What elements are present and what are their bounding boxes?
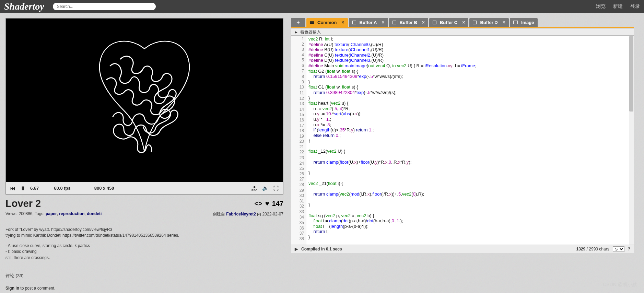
desc-line: trying to mimic Karthik Dondeti https://… (5, 233, 283, 238)
title-row: Lover 2 <> ♥ 147 (5, 198, 283, 209)
embed-icon[interactable]: <> (254, 200, 262, 208)
player-frame: ⏮ ⏸ 6.67 60.0 fps 800 x 450 ●REC 🔈 ⛶ (5, 18, 283, 195)
logo[interactable]: Shadertoy (4, 1, 44, 12)
volume-icon[interactable]: 🔈 (262, 185, 269, 191)
time-display: 6.67 (30, 186, 39, 191)
tag-dondeti[interactable]: dondeti (87, 211, 102, 216)
close-icon[interactable]: × (462, 20, 465, 25)
shader-inputs-bar[interactable]: ▶ 着色器输入 (291, 28, 634, 36)
help-button[interactable]: ? (628, 247, 630, 251)
buffer-icon (352, 21, 356, 24)
like-count: 147 (272, 200, 283, 208)
buffer-icon (393, 21, 396, 24)
image-icon (513, 21, 518, 24)
nav-browse[interactable]: 浏览 (596, 3, 606, 10)
top-header: Shadertoy 浏览 新建 登录 (0, 0, 644, 13)
shader-title: Lover 2 (5, 198, 41, 209)
tag-reproduction[interactable]: reproduction (59, 211, 84, 216)
font-size-select[interactable]: S (613, 246, 624, 252)
watermark: CSDN @凯小默 (603, 282, 637, 288)
scroll-thumb[interactable] (629, 36, 633, 112)
nav-login[interactable]: 登录 (630, 3, 640, 10)
author-link[interactable]: FabriceNeyret2 (226, 212, 256, 216)
comments-heading: 评论 (39) (5, 273, 283, 279)
created-suffix: 内 2022-02-07 (257, 212, 283, 216)
expand-icon[interactable]: ▶ (295, 30, 297, 34)
close-icon[interactable]: × (422, 20, 425, 25)
resolution-display: 800 x 450 (94, 186, 114, 191)
created-prefix: 创建自 (213, 212, 226, 216)
desc-line: still, there are crossings. (5, 255, 283, 261)
search-input[interactable] (53, 3, 156, 10)
line-gutter: 1234567891011121314151617181920212223242… (291, 36, 306, 245)
run-icon[interactable]: ▶ (295, 247, 298, 251)
desc-line: - I: basic drawing (5, 249, 283, 255)
fps-display: 60.0 fps (54, 186, 70, 191)
editor-pane: + Common × Buffer A× Buffer B× Buffer C×… (291, 18, 634, 293)
pause-icon[interactable]: ⏸ (20, 185, 25, 191)
scrollbar[interactable] (629, 36, 634, 245)
compile-status: Compiled in 0.1 secs (301, 247, 342, 251)
lines-icon (310, 21, 314, 24)
record-button[interactable]: ●REC (251, 185, 257, 192)
signin-prompt: Sign in to post a comment. (5, 286, 283, 291)
desc-line: - A:use close curve, starting as circle.… (5, 243, 283, 249)
code-area[interactable]: vec2 R; int I;#define A(U) texture(iChan… (306, 36, 634, 245)
player-controls: ⏮ ⏸ 6.67 60.0 fps 800 x 450 ●REC 🔈 ⛶ (6, 182, 283, 194)
code-editor[interactable]: 1234567891011121314151617181920212223242… (291, 36, 634, 245)
tab-buffer-b[interactable]: Buffer B× (389, 18, 428, 27)
tab-bar: + Common × Buffer A× Buffer B× Buffer C×… (291, 18, 634, 27)
tab-buffer-c[interactable]: Buffer C× (429, 18, 468, 27)
close-icon[interactable]: × (382, 20, 384, 25)
left-column: ⏮ ⏸ 6.67 60.0 fps 800 x 450 ●REC 🔈 ⛶ Lov… (5, 18, 283, 293)
close-icon[interactable]: × (341, 20, 344, 25)
close-icon[interactable]: × (503, 20, 505, 25)
views-tags-prefix: Views: 200886, Tags: (5, 211, 46, 216)
status-bar: ▶ Compiled in 0.1 secs 1329 / 2990 chars… (291, 245, 634, 253)
heart-icon[interactable]: ♥ (265, 200, 269, 208)
cursor-pos: 1329 (576, 247, 586, 251)
nav-new[interactable]: 新建 (613, 3, 623, 10)
nav-right: 浏览 新建 登录 (596, 3, 640, 10)
add-tab-button[interactable]: + (291, 18, 305, 27)
buffer-icon (473, 21, 477, 24)
signin-link[interactable]: Sign in (5, 286, 19, 291)
buffer-icon (433, 21, 436, 24)
inputs-label: 着色器输入 (300, 29, 321, 35)
rewind-icon[interactable]: ⏮ (10, 185, 15, 191)
description: Fork of "Lover" by wyatt. https://shader… (5, 227, 283, 261)
tab-buffer-d[interactable]: Buffer D× (469, 18, 508, 27)
heart-squiggle-art (72, 28, 216, 172)
tab-image[interactable]: Image (510, 18, 538, 27)
desc-line: Fork of "Lover" by wyatt. https://shader… (5, 227, 283, 233)
chars-total: / 2990 chars (585, 247, 609, 251)
meta-row: Views: 200886, Tags: paper, reproduction… (5, 211, 283, 217)
title-actions: <> ♥ 147 (254, 200, 283, 208)
fullscreen-icon[interactable]: ⛶ (273, 185, 279, 191)
tab-common[interactable]: Common × (306, 18, 348, 27)
shader-canvas[interactable] (6, 19, 283, 182)
main-area: ⏮ ⏸ 6.67 60.0 fps 800 x 450 ●REC 🔈 ⛶ Lov… (0, 13, 644, 293)
tag-paper[interactable]: paper (46, 211, 57, 216)
tab-buffer-a[interactable]: Buffer A× (349, 18, 388, 27)
